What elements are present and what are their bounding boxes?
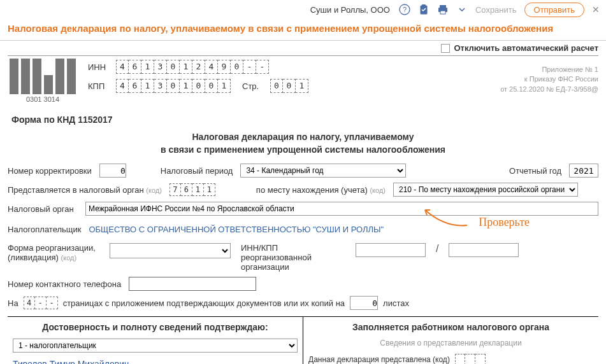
pages-middle: страницах с приложением подтверждающих д… bbox=[63, 298, 345, 308]
correction-input[interactable] bbox=[99, 164, 126, 178]
tax-org-input[interactable] bbox=[85, 202, 598, 216]
page-label: Стр. bbox=[242, 81, 264, 91]
inn-cells[interactable]: 4613012490-- bbox=[116, 60, 269, 74]
tax-period-select[interactable]: 34 - Календарный год bbox=[240, 164, 406, 178]
reorg-kpp-input[interactable] bbox=[449, 243, 519, 257]
tax-org-label: Налоговый орган bbox=[8, 204, 78, 214]
org-name-toolbar: Суши и Роллы, ООО bbox=[310, 5, 390, 15]
disable-auto-label: Отключить автоматический расчет bbox=[454, 43, 598, 53]
svg-rect-3 bbox=[422, 4, 426, 6]
tax-org-code[interactable]: 7611 bbox=[170, 183, 215, 196]
presented-code-label: Данная декларация представлена (код) bbox=[308, 355, 450, 364]
chevron-down-icon[interactable] bbox=[456, 4, 468, 15]
declaration-heading: Налоговая декларация по налогу, уплачива… bbox=[8, 131, 598, 156]
phone-input[interactable] bbox=[129, 277, 256, 291]
location-select[interactable]: 210 - По месту нахождения российской орг… bbox=[393, 183, 578, 197]
save-link[interactable]: Сохранить bbox=[475, 5, 517, 15]
kpp-cells[interactable]: 461301001 bbox=[116, 79, 231, 93]
confirm-heading: Достоверность и полноту сведений подтвер… bbox=[13, 322, 298, 332]
reorg-innkpp-label-2: организации bbox=[241, 262, 349, 272]
phone-label: Номер контактного телефона bbox=[8, 279, 121, 289]
page-cells: 001 bbox=[270, 79, 308, 93]
payer-value: ОБЩЕСТВО С ОГРАНИЧЕННОЙ ОТВЕТСТВЕННОСТЬЮ… bbox=[89, 221, 384, 238]
reorg-form-select[interactable] bbox=[110, 243, 231, 258]
pages-prefix: На bbox=[8, 298, 18, 308]
disable-auto-checkbox[interactable] bbox=[441, 44, 450, 53]
inn-label: ИНН bbox=[88, 62, 110, 72]
submit-to-label: Представляется в налоговый орган (код) bbox=[8, 185, 162, 195]
svg-rect-6 bbox=[440, 11, 445, 14]
print-icon[interactable] bbox=[437, 4, 449, 15]
inspector-sub: Сведения о представлении декларации bbox=[308, 339, 593, 347]
send-button[interactable]: Отправить bbox=[524, 3, 584, 17]
reorg-label-1: Форма реорганизации, bbox=[8, 243, 103, 253]
svg-rect-4 bbox=[440, 5, 446, 8]
pages-suffix: листах bbox=[383, 298, 409, 308]
reorg-innkpp-label-1: ИНН/КПП реорганизованной bbox=[241, 243, 349, 262]
help-icon[interactable]: ? bbox=[399, 4, 410, 15]
pages-cells[interactable]: 4-- bbox=[24, 297, 58, 309]
kpp-label: КПП bbox=[88, 81, 110, 91]
close-icon[interactable]: ✕ bbox=[592, 4, 600, 15]
appendix-note: Приложение № 1 к Приказу ФНС России от 2… bbox=[500, 59, 598, 94]
location-label: по месту нахождения (учета) (код) bbox=[256, 185, 386, 195]
payer-label: Налогоплательщик bbox=[8, 225, 81, 234]
period-label: Налоговый период bbox=[161, 166, 233, 176]
form-knd: Форма по КНД 1152017 bbox=[11, 115, 598, 125]
reorg-inn-input[interactable] bbox=[356, 243, 426, 257]
barcode: 0301 3014 bbox=[8, 59, 78, 103]
correction-label: Номер корректировки bbox=[8, 166, 92, 176]
svg-text:?: ? bbox=[403, 6, 407, 13]
presented-code-cells bbox=[455, 354, 486, 364]
inspector-heading: Заполняется работником налогового органа bbox=[308, 322, 593, 332]
reorg-label-2: (ликвидация) bbox=[8, 253, 59, 262]
year-input[interactable] bbox=[569, 164, 598, 178]
year-label: Отчетный год bbox=[509, 166, 561, 176]
clipboard-icon[interactable] bbox=[418, 4, 429, 15]
confirm-select[interactable]: 1 - налогоплательщик bbox=[13, 339, 298, 353]
page-title: Налоговая декларация по налогу, уплачива… bbox=[0, 19, 606, 41]
sheets-input[interactable] bbox=[350, 296, 378, 310]
signer-name[interactable]: Тивелев Тимур Михайлович bbox=[13, 359, 298, 364]
